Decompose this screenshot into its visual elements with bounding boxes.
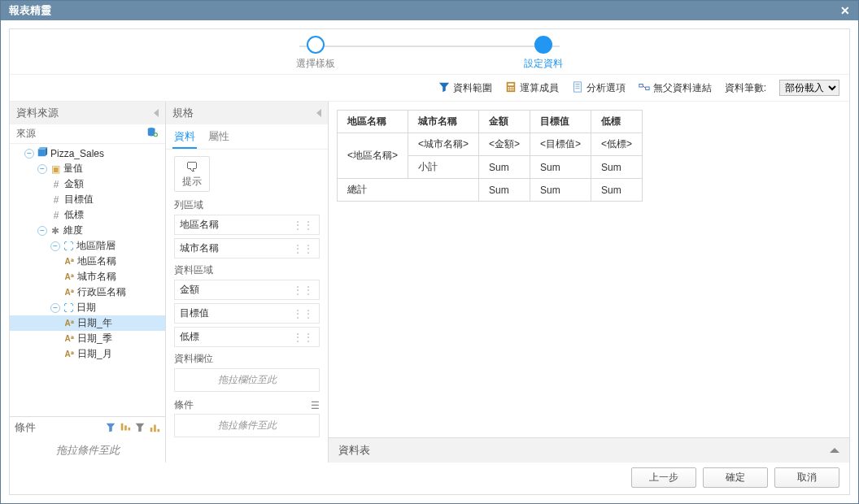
- drag-handle-icon[interactable]: ⋮⋮: [293, 219, 314, 231]
- tree-node-measure[interactable]: #低標: [10, 207, 165, 223]
- drag-handle-icon[interactable]: ⋮⋮: [293, 243, 314, 254]
- tool-calc-members[interactable]: 運算成員: [505, 81, 559, 95]
- calculator-icon: [505, 81, 517, 95]
- svg-line-14: [643, 85, 646, 89]
- attr-icon: Aᵃ: [63, 350, 75, 358]
- step-label: 選擇樣板: [296, 57, 335, 71]
- section-label: 列區域: [174, 198, 320, 212]
- collapse-toggle[interactable]: −: [37, 164, 47, 174]
- step-data[interactable]: 設定資料: [511, 36, 576, 71]
- svg-rect-4: [512, 87, 513, 89]
- tree-node-measure[interactable]: #目標值: [10, 192, 165, 207]
- conditions-dropzone[interactable]: 拖拉條件至此: [174, 414, 320, 437]
- data-table-toggle[interactable]: 資料表: [329, 437, 849, 463]
- collapse-icon[interactable]: [316, 109, 321, 117]
- conditions-title: 條件: [15, 420, 36, 435]
- svg-rect-5: [508, 89, 509, 90]
- tree-node-measures[interactable]: − ▣ 量值: [10, 161, 165, 176]
- tab-attrs[interactable]: 屬性: [207, 126, 231, 149]
- tool-no-parent-link[interactable]: 無父資料連結: [639, 81, 712, 95]
- prev-button[interactable]: 上一步: [631, 467, 696, 488]
- ok-button[interactable]: 確定: [703, 467, 768, 488]
- tree-node-dataset[interactable]: − Pizza_Sales: [10, 146, 165, 161]
- funnel-icon[interactable]: [105, 422, 116, 433]
- tree-node-attr[interactable]: Aᵃ日期_月: [10, 346, 165, 362]
- source-label: 來源: [16, 127, 36, 141]
- data-source-panel: 資料來源 來源 −: [10, 102, 166, 463]
- row-field-item[interactable]: 城市名稱⋮⋮: [174, 238, 320, 259]
- wizard-main: 資料來源 來源 −: [10, 101, 849, 463]
- svg-rect-8: [573, 81, 581, 91]
- tool-analysis-options[interactable]: 分析選項: [572, 81, 626, 95]
- hash-icon: #: [50, 210, 62, 221]
- tab-data[interactable]: 資料: [172, 126, 197, 149]
- svg-rect-3: [510, 87, 512, 89]
- data-field-dropzone[interactable]: 拖拉欄位至此: [174, 368, 320, 392]
- cancel-button[interactable]: 取消: [774, 467, 839, 488]
- tree-node-attr[interactable]: Aᵃ城市名稱: [10, 269, 165, 285]
- wizard-steps: 選擇樣板 設定資料: [10, 29, 849, 74]
- hash-icon: #: [50, 179, 62, 190]
- panel-title: 規格: [172, 106, 194, 120]
- folder-icon: ▣: [50, 163, 61, 175]
- collapse-toggle[interactable]: −: [24, 149, 34, 159]
- data-field-item[interactable]: 目標值⋮⋮: [174, 303, 320, 324]
- tree-node-attr[interactable]: Aᵃ日期_季: [10, 331, 165, 346]
- database-icon[interactable]: [146, 127, 159, 141]
- drag-handle-icon[interactable]: ⋮⋮: [293, 285, 314, 296]
- preview-panel: 地區名稱 城市名稱 金額 目標值 低標 <地區名稱> <城市名稱> <金額> <…: [329, 102, 849, 463]
- collapse-toggle[interactable]: −: [50, 241, 60, 251]
- toolbar: 資料範圍 運算成員 分析選項 無父資料連結 資料筆數:: [10, 74, 849, 101]
- titlebar: 報表精靈 ✕: [1, 1, 858, 20]
- step-label: 設定資料: [524, 57, 563, 71]
- tree-node-attr[interactable]: Aᵃ行政區名稱: [10, 285, 165, 300]
- svg-rect-23: [150, 428, 153, 432]
- cell: Sum: [530, 179, 591, 202]
- document-icon: [572, 81, 583, 95]
- record-count-select[interactable]: 部份載入: [779, 80, 839, 96]
- preview-table: 地區名稱 城市名稱 金額 目標值 低標 <地區名稱> <城市名稱> <金額> <…: [337, 110, 643, 202]
- svg-rect-20: [121, 424, 124, 431]
- step-template[interactable]: 選擇樣板: [283, 36, 348, 71]
- wizard-dialog: 報表精靈 ✕ 選擇樣板 設定資料: [0, 0, 859, 504]
- speech-icon: 🗨: [185, 160, 198, 175]
- svg-rect-17: [38, 150, 46, 157]
- svg-rect-25: [158, 429, 160, 432]
- svg-rect-24: [154, 425, 156, 432]
- cell: 總計: [338, 179, 479, 202]
- close-icon[interactable]: ✕: [840, 4, 850, 17]
- spec-panel: 規格 資料 屬性 🗨 提示 列區域 地區名稱⋮⋮ 城市名稱⋮⋮ 資料區域: [166, 102, 329, 463]
- tree-node-measure[interactable]: #金額: [10, 176, 165, 192]
- hint-button[interactable]: 🗨 提示: [174, 156, 210, 192]
- filter-icon[interactable]: [134, 422, 146, 433]
- data-field-item[interactable]: 低標⋮⋮: [174, 327, 320, 347]
- data-field-item[interactable]: 金額⋮⋮: [174, 280, 320, 300]
- source-tree: − Pizza_Sales − ▣ 量值 #金額 #目標值: [10, 144, 165, 367]
- cell: <地區名稱>: [338, 133, 408, 179]
- collapse-toggle[interactable]: −: [37, 226, 47, 236]
- cube-icon: [37, 146, 48, 160]
- cell: 小計: [408, 156, 479, 179]
- svg-rect-2: [508, 87, 509, 89]
- tree-node-attr[interactable]: Aᵃ日期_年: [10, 315, 165, 331]
- collapse-icon[interactable]: [154, 109, 159, 117]
- sort-icon[interactable]: [120, 422, 131, 433]
- collapse-toggle[interactable]: −: [50, 303, 60, 313]
- wizard-body: 選擇樣板 設定資料 資料範圍 運算成員: [9, 28, 850, 495]
- cell: <低標>: [591, 133, 643, 156]
- tree-node-dimensions[interactable]: − ✱ 維度: [10, 223, 165, 238]
- rank-icon[interactable]: [149, 422, 160, 433]
- tool-data-scope[interactable]: 資料範圍: [438, 81, 492, 95]
- row-field-item[interactable]: 地區名稱⋮⋮: [174, 215, 320, 235]
- drag-handle-icon[interactable]: ⋮⋮: [293, 332, 314, 343]
- svg-rect-13: [645, 87, 648, 90]
- drag-handle-icon[interactable]: ⋮⋮: [293, 308, 314, 319]
- list-icon[interactable]: ☰: [311, 400, 320, 411]
- conditions-placeholder[interactable]: 拖拉條件至此: [10, 438, 165, 463]
- tree-node-attr[interactable]: Aᵃ地區名稱: [10, 254, 165, 269]
- wizard-footer: 上一步 確定 取消: [10, 463, 849, 494]
- chevron-up-icon: [830, 448, 839, 453]
- svg-rect-6: [510, 89, 512, 90]
- tree-node-hierarchy[interactable]: − ⛶ 地區階層: [10, 238, 165, 254]
- tree-node-hierarchy[interactable]: − ⛶ 日期: [10, 300, 165, 315]
